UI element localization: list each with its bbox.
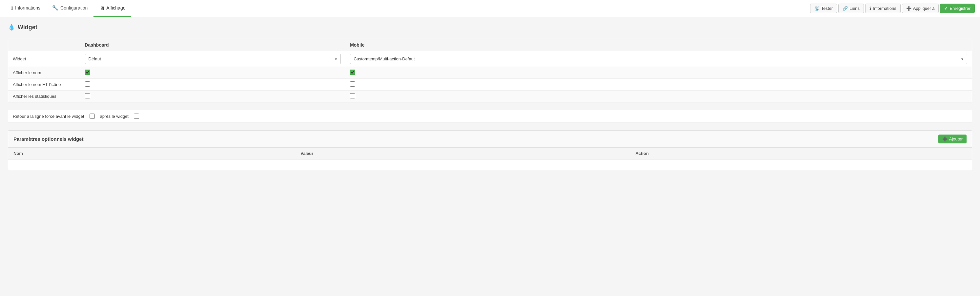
dashboard-afficher-icone-checkbox[interactable]	[85, 81, 90, 87]
widget-section-heading: 💧 Widget	[8, 24, 972, 31]
params-title: Paramètres optionnels widget	[13, 136, 83, 142]
main-content: 💧 Widget Dashboard Mobile Widget Défaut	[0, 17, 980, 177]
mobile-widget-cell: Customtemp/Multi-action-Defaut	[345, 51, 972, 67]
retour-apres-checkbox[interactable]	[134, 113, 139, 119]
dashboard-widget-cell: Défaut	[80, 51, 346, 67]
mobile-widget-select-wrapper: Customtemp/Multi-action-Defaut	[350, 54, 967, 64]
plus-icon: ➕	[906, 6, 912, 11]
liens-icon: 🔗	[843, 6, 848, 11]
mobile-afficher-icone-cell	[345, 79, 972, 91]
tab-affichage[interactable]: 🖥 Affichage	[94, 0, 131, 17]
drop-icon: 💧	[8, 24, 15, 31]
retour-apres-label: après le widget	[100, 114, 129, 119]
mobile-afficher-stats-cell	[345, 91, 972, 102]
add-param-button[interactable]: ➕ Ajouter	[939, 135, 967, 143]
retour-ligne-row: Retour à la ligne forcé avant le widget …	[8, 110, 972, 123]
widget-table: Dashboard Mobile Widget Défaut	[8, 39, 972, 102]
action-buttons: 📡 Tester 🔗 Liens ℹ Informations ➕ Appliq…	[810, 3, 975, 13]
top-bar: ℹ Informations 🔧 Configuration 🖥 Afficha…	[0, 0, 980, 17]
tab-list: ℹ Informations 🔧 Configuration 🖥 Afficha…	[5, 0, 131, 17]
dashboard-afficher-nom-cell	[80, 67, 346, 79]
informations-button[interactable]: ℹ Informations	[865, 3, 900, 13]
mobile-widget-select[interactable]: Customtemp/Multi-action-Defaut	[350, 54, 967, 64]
table-row: Afficher les statistiques	[8, 91, 972, 102]
dashboard-widget-select-wrapper: Défaut	[85, 54, 341, 64]
params-col-valeur: Valeur	[295, 148, 630, 159]
params-header: Paramètres optionnels widget ➕ Ajouter	[8, 130, 972, 148]
info-icon: ℹ	[11, 5, 13, 11]
dashboard-afficher-stats-checkbox[interactable]	[85, 93, 90, 99]
info2-icon: ℹ	[869, 6, 871, 11]
afficher-nom-label: Afficher le nom	[8, 67, 80, 79]
mobile-afficher-nom-cell	[345, 67, 972, 79]
check-icon: ✔	[944, 6, 948, 11]
params-empty-row	[8, 159, 972, 170]
col-dashboard-header: Dashboard	[80, 39, 346, 51]
params-table: Nom Valeur Action	[8, 148, 972, 170]
params-empty-cell	[8, 159, 972, 170]
afficher-nom-icone-label: Afficher le nom ET l'icône	[8, 79, 80, 91]
tester-icon: 📡	[815, 6, 819, 11]
tab-configuration[interactable]: 🔧 Configuration	[46, 0, 94, 17]
afficher-stats-label: Afficher les statistiques	[8, 91, 80, 102]
retour-avant-label: Retour à la ligne forcé avant le widget	[13, 114, 84, 119]
enregistrer-button[interactable]: ✔ Enregistrer	[940, 3, 975, 13]
table-row: Afficher le nom	[8, 67, 972, 79]
table-row: Widget Défaut Customtemp/Multi-action-De…	[8, 51, 972, 67]
monitor-icon: 🖥	[99, 5, 104, 11]
table-row: Afficher le nom ET l'icône	[8, 79, 972, 91]
params-col-nom: Nom	[8, 148, 295, 159]
col-mobile-header: Mobile	[345, 39, 972, 51]
params-col-action: Action	[630, 148, 972, 159]
mobile-afficher-icone-checkbox[interactable]	[350, 81, 355, 87]
liens-button[interactable]: 🔗 Liens	[838, 3, 864, 13]
dashboard-afficher-nom-checkbox[interactable]	[85, 70, 90, 75]
mobile-afficher-nom-checkbox[interactable]	[350, 70, 355, 75]
col-empty-header	[8, 39, 80, 51]
dashboard-afficher-stats-cell	[80, 91, 346, 102]
tab-informations[interactable]: ℹ Informations	[5, 0, 46, 17]
wrench-icon: 🔧	[52, 5, 58, 11]
appliquer-button[interactable]: ➕ Appliquer à	[902, 3, 939, 13]
dashboard-widget-select[interactable]: Défaut	[85, 54, 341, 64]
widget-row-label: Widget	[8, 51, 80, 67]
tester-button[interactable]: 📡 Tester	[810, 3, 837, 13]
mobile-afficher-stats-checkbox[interactable]	[350, 93, 355, 99]
params-section: Paramètres optionnels widget ➕ Ajouter N…	[8, 130, 972, 170]
dashboard-afficher-icone-cell	[80, 79, 346, 91]
retour-avant-checkbox[interactable]	[89, 113, 95, 119]
add-icon: ➕	[942, 137, 948, 142]
